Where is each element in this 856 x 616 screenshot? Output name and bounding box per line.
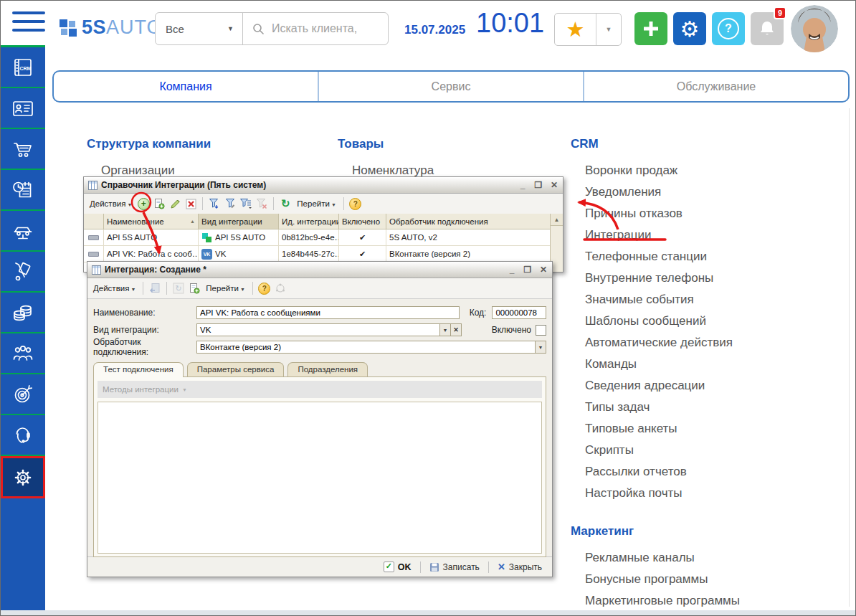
col-name[interactable]: Наименование▲	[104, 214, 199, 229]
tab-maintenance[interactable]: Обслуживание	[583, 72, 848, 101]
tab-connection-test[interactable]: Тест подключения	[93, 362, 184, 376]
search-input[interactable]	[270, 22, 388, 36]
save-button[interactable]: Записать	[427, 561, 482, 574]
filter-set-icon[interactable]	[208, 197, 221, 210]
tab-service-params[interactable]: Параметры сервиса	[187, 362, 285, 376]
handler-dropdown-icon[interactable]: ▼	[536, 341, 546, 354]
kind-field[interactable]: VK	[196, 323, 440, 336]
ok-button[interactable]: ✓OK	[381, 560, 414, 574]
menu-item[interactable]: Типовые анкеты	[571, 418, 733, 440]
menu-item[interactable]: Типы задач	[571, 397, 733, 418]
menu-item[interactable]: Уведомления	[571, 181, 733, 203]
current-date: 15.07.2025	[404, 23, 465, 37]
col-marker[interactable]	[84, 214, 104, 229]
sidebar-item-staff[interactable]	[1, 333, 45, 374]
sidebar-item-service[interactable]	[1, 211, 45, 252]
menu-item[interactable]: Настройка почты	[571, 483, 733, 504]
dialog2-titlebar[interactable]: Интеграция: Создание * _ ❒ ✕	[87, 262, 552, 278]
filter-quick-icon[interactable]	[224, 197, 237, 210]
tab-service[interactable]: Сервис	[318, 72, 583, 101]
tab-company[interactable]: Компания	[54, 72, 318, 101]
help-button[interactable]: ?	[712, 12, 745, 45]
tab-departments[interactable]: Подразделения	[287, 362, 368, 376]
add-button[interactable]	[634, 12, 667, 45]
sidebar-item-finance[interactable]	[1, 293, 45, 333]
close-button[interactable]: ✕Закрыть	[495, 560, 545, 574]
menu-item[interactable]: Автоматические действия	[571, 332, 733, 354]
delete-icon[interactable]	[184, 197, 197, 210]
menu-item[interactable]: Значимые события	[571, 289, 733, 311]
sidebar-item-clients[interactable]	[1, 88, 45, 129]
close-icon[interactable]: ✕	[550, 180, 558, 190]
minimize-icon[interactable]: _	[508, 265, 516, 275]
sidebar-item-crm[interactable]: CRM	[1, 47, 45, 88]
go-button[interactable]: Перейти▼	[295, 198, 338, 209]
sidebar-item-sales[interactable]	[1, 129, 45, 170]
help-icon[interactable]: ?	[349, 197, 362, 210]
close-icon[interactable]: ✕	[539, 265, 548, 275]
sidebar-item-targets[interactable]	[1, 374, 45, 415]
table-row[interactable]: API 5S AUTO API 5S AUTO 0b812bc9-e4e… ✔ …	[84, 229, 551, 246]
avatar[interactable]	[791, 5, 838, 52]
menu-icon[interactable]	[12, 11, 45, 36]
chevron-down-icon: ▼	[130, 287, 135, 292]
page-scroll-track[interactable]	[849, 108, 850, 607]
edit-icon[interactable]	[168, 197, 181, 210]
copy-icon[interactable]	[153, 197, 166, 210]
actions-button[interactable]: Действия▼	[87, 198, 134, 209]
filter-by-value-icon[interactable]	[239, 197, 252, 210]
menu-item[interactable]: Шаблоны сообщений	[571, 311, 733, 332]
filter-clear-icon[interactable]	[255, 197, 268, 210]
menu-item[interactable]: Бонусные программы	[571, 569, 740, 590]
refresh-icon[interactable]: ↻	[279, 197, 292, 210]
handler-field[interactable]: ВКонтакте (версия 2)	[196, 341, 536, 354]
maximize-icon[interactable]: ❒	[534, 180, 543, 190]
col-kind[interactable]: Вид интеграции	[199, 214, 279, 229]
menu-column-marketing: Маркетинг Рекламные каналы Бонусные прог…	[571, 524, 740, 612]
menu-item[interactable]: Скрипты	[571, 440, 733, 461]
dialog1-titlebar[interactable]: Справочник Интеграции (Пять систем) _ ❒ …	[84, 177, 563, 194]
menu-item[interactable]: Команды	[571, 354, 733, 375]
actions-button[interactable]: Действия▼	[91, 283, 138, 294]
favorites-dropdown[interactable]: ▼	[596, 14, 621, 45]
methods-content-area[interactable]	[98, 402, 542, 554]
crm-icon: CRM	[10, 55, 36, 80]
settings-button[interactable]: ⚙	[673, 12, 706, 45]
menu-item[interactable]: Внутренние телефоны	[571, 267, 733, 289]
star-icon[interactable]: ★	[555, 14, 596, 45]
save-close-icon[interactable]	[148, 282, 161, 295]
kind-clear-icon[interactable]: ✕	[451, 323, 462, 336]
menu-item[interactable]: Воронки продаж	[571, 160, 733, 181]
search-scope-select[interactable]: Все ▼	[156, 13, 243, 44]
menu-item[interactable]: Телефонные станции	[571, 246, 733, 267]
menu-item[interactable]: Маркетинговые программы	[571, 590, 740, 612]
integration-methods-select[interactable]: Методы интеграции▼	[98, 381, 542, 398]
code-field[interactable]: 000000078	[492, 306, 546, 319]
sidebar-item-warehouse[interactable]	[1, 252, 45, 293]
enabled-checkbox[interactable]	[536, 325, 546, 336]
menu-column-crm: CRM Воронки продаж Уведомления Причины о…	[571, 137, 733, 504]
col-handler[interactable]: Обработчик подключения	[386, 214, 551, 229]
go-button[interactable]: Перейти▼	[204, 283, 247, 294]
name-field[interactable]: API VK: Работа с сообщениями	[196, 306, 460, 319]
reread-icon[interactable]: ↻	[172, 282, 185, 295]
col-id[interactable]: Ид. интеграции	[279, 214, 339, 229]
menu-item[interactable]: Рекламные каналы	[571, 547, 740, 569]
menu-item-integrations[interactable]: Интеграции	[571, 224, 733, 246]
help-icon[interactable]: ?	[258, 282, 271, 295]
chevron-down-icon: ▼	[227, 25, 234, 32]
add-icon[interactable]: +	[137, 197, 150, 210]
sidebar-item-support[interactable]	[1, 415, 45, 456]
kind-dropdown-icon[interactable]: ▼	[440, 323, 451, 336]
menu-item[interactable]: Рассылки отчетов	[571, 461, 733, 483]
minimize-icon[interactable]: _	[518, 180, 527, 190]
sidebar-item-settings[interactable]	[1, 456, 45, 498]
menu-item[interactable]: Причины отказов	[571, 203, 733, 224]
copy-icon[interactable]	[188, 282, 201, 295]
col-enabled[interactable]: Включено	[339, 214, 386, 229]
structure-icon[interactable]	[274, 282, 287, 295]
table-row[interactable]: API VK: Работа с сооб… VKVK 1e84b445-27c…	[84, 246, 551, 262]
maximize-icon[interactable]: ❒	[523, 265, 532, 275]
menu-item[interactable]: Сведения адресации	[571, 375, 733, 397]
sidebar-item-schedule[interactable]	[1, 170, 45, 211]
